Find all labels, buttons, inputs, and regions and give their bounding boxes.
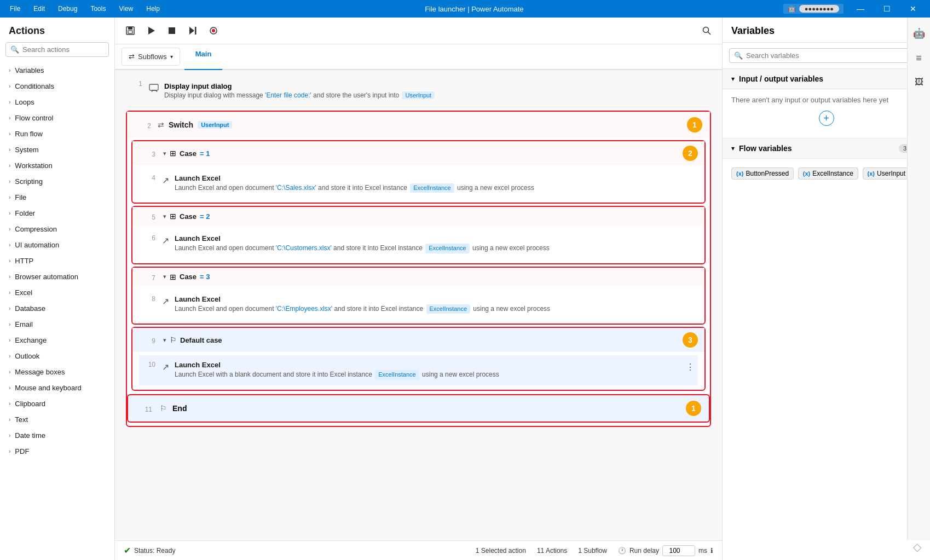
sidebar-item-outlook[interactable]: ›Outlook <box>0 348 114 364</box>
sidebar-item-http[interactable]: ›HTTP <box>0 253 114 269</box>
flow-vars-header[interactable]: ▾ Flow variables 3 ▽ <box>723 138 930 159</box>
row-content-4: ↗ Launch Excel Launch Excel and open doc… <box>162 172 698 195</box>
sidebar-item-text[interactable]: ›Text <box>0 412 114 428</box>
canvas-search-button[interactable] <box>698 22 715 39</box>
case-label-1: Case <box>180 149 197 158</box>
var-chip-button-pressed[interactable]: (x) ButtonPressed <box>731 168 794 180</box>
sidebar-item-loops[interactable]: ›Loops <box>0 94 114 110</box>
flow-rows: 1 Display input dialog Display input dia… <box>126 70 711 435</box>
record-button[interactable] <box>205 22 222 39</box>
sidebar-item-scripting[interactable]: ›Scripting <box>0 174 114 189</box>
input-output-header[interactable]: ▾ Input / output variables 0 <box>723 68 930 89</box>
sidebar-item-file[interactable]: ›File <box>0 189 114 205</box>
add-variable-button[interactable]: + <box>819 111 834 126</box>
menu-bar[interactable]: File Edit Debug Tools View Help <box>4 3 165 15</box>
default-case-header[interactable]: 9 ▾ ⚐ Default case 3 <box>132 328 704 352</box>
step-button[interactable] <box>184 22 201 39</box>
menu-help[interactable]: Help <box>141 3 165 15</box>
diamond-icon[interactable]: ◇ <box>913 540 921 553</box>
tab-main[interactable]: Main <box>184 44 223 70</box>
sidebar-item-database[interactable]: ›Database <box>0 301 114 316</box>
subflows-button[interactable]: ⇄ Subflows ▾ <box>122 48 180 66</box>
case-header-1[interactable]: 3 ▾ ⊞ Case = 1 2 <box>132 141 704 165</box>
sidebar-item-run-flow[interactable]: ›Run flow <box>0 126 114 142</box>
menu-file[interactable]: File <box>4 3 26 15</box>
sidebar-item-system[interactable]: ›System <box>0 142 114 158</box>
flow-row-10[interactable]: 10 ↗ Launch Excel Launch Excel with a bl… <box>139 355 698 385</box>
action-title-8: Launch Excel <box>175 295 550 303</box>
sidebar-item-date-time[interactable]: ›Date time <box>0 428 114 443</box>
case-label-3: Case <box>180 273 197 281</box>
var-chip-user-input[interactable]: (x) UserInput <box>863 168 910 180</box>
sidebar-item-clipboard[interactable]: ›Clipboard <box>0 396 114 412</box>
end-icon: ⚐ <box>160 404 167 413</box>
close-button[interactable]: ✕ <box>900 0 926 18</box>
sidebar-item-email[interactable]: ›Email <box>0 316 114 332</box>
case-header-2[interactable]: 5 ▾ ⊞ Case = 2 <box>132 207 704 226</box>
flow-row-8[interactable]: 8 ↗ Launch Excel Launch Excel and open d… <box>139 290 698 319</box>
launch-excel-icon-3: ↗ <box>162 295 169 307</box>
switch-header[interactable]: 2 ⇄ Switch UserInput 1 <box>127 112 710 138</box>
run-button[interactable] <box>142 22 160 39</box>
sidebar-item-exchange[interactable]: ›Exchange <box>0 332 114 348</box>
svg-rect-4 <box>169 27 175 34</box>
more-menu-button[interactable]: ⋮ <box>683 361 698 373</box>
row-content-8: ↗ Launch Excel Launch Excel and open doc… <box>162 293 698 316</box>
badge-1: 1 <box>687 117 702 132</box>
menu-edit[interactable]: Edit <box>28 3 50 15</box>
var-chip-excel-instance[interactable]: (x) ExcelInstance <box>798 168 858 180</box>
sidebar-item-workstation[interactable]: ›Workstation <box>0 158 114 174</box>
menu-view[interactable]: View <box>113 3 138 15</box>
case-icon-2: ⊞ <box>170 212 176 221</box>
end-block[interactable]: 11 ⚐ End 1 <box>127 394 710 423</box>
row-num-3: 3 <box>139 148 155 158</box>
flow-vars-title: Flow variables <box>739 144 894 153</box>
right-panel-icons: 🤖 ≡ 🖼 <box>907 18 930 540</box>
flow-row-6[interactable]: 6 ↗ Launch Excel Launch Excel and open d… <box>139 229 698 258</box>
case-header-3[interactable]: 7 ▾ ⊞ Case = 3 <box>132 268 704 286</box>
flow-row-1[interactable]: 1 Display input dialog Display input dia… <box>126 74 711 107</box>
search-actions-input[interactable] <box>22 45 104 54</box>
action-display-dialog: Display input dialog Display input dialo… <box>149 78 711 103</box>
employees-link: 'C:\Employees.xlsx' <box>276 305 332 313</box>
menu-tools[interactable]: Tools <box>85 3 111 15</box>
row-num-7: 7 <box>139 272 155 282</box>
default-icon: ⚐ <box>170 336 177 344</box>
sidebar-item-message-boxes[interactable]: ›Message boxes <box>0 364 114 380</box>
run-delay-input[interactable] <box>662 545 695 556</box>
tab-bar: ⇄ Subflows ▾ Main <box>115 44 722 70</box>
image-panel-icon[interactable]: 🖼 <box>911 74 927 90</box>
case-block-default: 9 ▾ ⚐ Default case 3 10 ↗ <box>131 327 706 390</box>
save-button[interactable] <box>122 22 139 39</box>
sidebar-item-ui-automation[interactable]: ›UI automation <box>0 237 114 253</box>
robot-icon: 🤖 <box>788 5 796 13</box>
minimize-button[interactable]: — <box>848 0 873 18</box>
sidebar-item-flow-control[interactable]: ›Flow control <box>0 110 114 126</box>
stop-button[interactable] <box>163 22 181 39</box>
sidebar-item-folder[interactable]: ›Folder <box>0 205 114 221</box>
window-controls[interactable]: — ☐ ✕ <box>848 0 926 18</box>
menu-debug[interactable]: Debug <box>53 3 83 15</box>
sidebar-item-conditionals[interactable]: ›Conditionals <box>0 78 114 94</box>
case-body-2: 6 ↗ Launch Excel Launch Excel and open d… <box>132 226 704 263</box>
sidebar-item-browser-automation[interactable]: ›Browser automation <box>0 269 114 285</box>
row-num-4: 4 <box>139 172 155 182</box>
vars-search-input[interactable] <box>746 51 919 60</box>
variables-sidebar: Variables ✕ 🤖 ≡ 🖼 🔍 ▾ Input / output var… <box>722 18 930 560</box>
sidebar-item-compression[interactable]: ›Compression <box>0 221 114 237</box>
search-actions-box[interactable]: 🔍 <box>5 42 109 57</box>
sidebar-item-mouse-keyboard[interactable]: ›Mouse and keyboard <box>0 380 114 396</box>
robot-panel-icon[interactable]: 🤖 <box>910 24 928 43</box>
vars-search-icon: 🔍 <box>734 51 743 60</box>
action-text-6: Launch Excel Launch Excel and open docum… <box>175 234 550 253</box>
user-badge[interactable]: 🤖 ●●●●●●●● <box>783 4 844 14</box>
sales-link: 'C:\Sales.xlsx' <box>276 184 316 192</box>
vars-search-box[interactable]: 🔍 <box>729 48 923 63</box>
sidebar-item-excel[interactable]: ›Excel <box>0 285 114 301</box>
maximize-button[interactable]: ☐ <box>874 0 899 18</box>
flow-row-4[interactable]: 4 ↗ Launch Excel Launch Excel and open d… <box>139 169 698 198</box>
svg-rect-6 <box>195 27 197 34</box>
layers-panel-icon[interactable]: ≡ <box>912 49 925 67</box>
sidebar-item-variables[interactable]: ›Variables <box>0 62 114 78</box>
sidebar-item-pdf[interactable]: ›PDF <box>0 443 114 459</box>
